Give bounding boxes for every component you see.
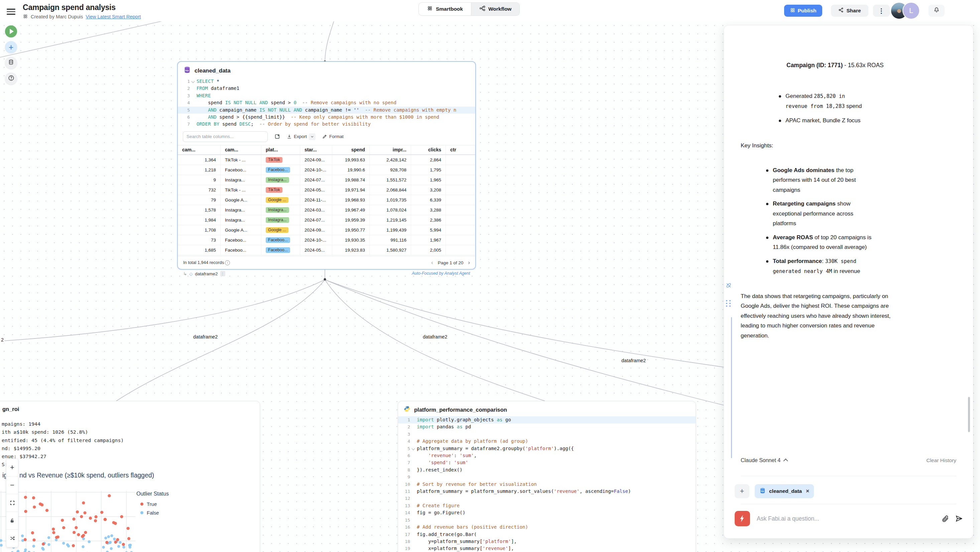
column-header[interactable]: clicks — [411, 145, 446, 154]
code-line[interactable]: 17fig.add_trace(go.Bar( — [398, 531, 695, 538]
sql-code-editor[interactable]: 1SELECT *2FROM dataframe13WHERE4 spend I… — [178, 78, 475, 128]
notifications-button[interactable] — [929, 5, 945, 17]
model-selector[interactable]: Claude Sonnet 4 — [741, 457, 788, 463]
run-workflow-button[interactable] — [5, 25, 17, 37]
shuffle-icon[interactable] — [6, 530, 18, 547]
column-header[interactable]: ctr — [446, 145, 475, 154]
attach-file-icon[interactable] — [942, 515, 949, 522]
code-line[interactable]: 2import pandas as pd — [398, 423, 695, 430]
code-line[interactable]: 14fig = go.Figure() — [398, 509, 695, 516]
scatter-legend[interactable]: Outlier Status TrueFalse — [136, 491, 169, 517]
remove-context-icon[interactable]: × — [806, 488, 809, 495]
format-button[interactable]: Format — [322, 134, 344, 139]
code-line[interactable]: 1SELECT * — [178, 78, 475, 85]
sql-cell-card-cleaned-data[interactable]: SQL cleaned_data 1SELECT *2FROM datafram… — [177, 61, 476, 270]
python-cell-card-campaign-roi[interactable]: gn_roi mpaigns: 1944 ith ≥$10k spend: 10… — [0, 401, 260, 552]
column-header[interactable]: plat... — [261, 145, 300, 154]
publish-button[interactable]: Publish — [784, 5, 822, 17]
smart-pin-icon[interactable] — [725, 282, 732, 290]
code-line[interactable]: 2FROM dataframe1 — [178, 85, 475, 92]
code-line[interactable]: 6 AND spend > {{spend_limit}} -- Keep on… — [178, 114, 475, 121]
code-line[interactable]: 9 — [398, 474, 695, 480]
code-line[interactable]: 19 x=platform_summary['revenue'], — [398, 545, 695, 552]
help-button[interactable] — [5, 73, 17, 84]
table-row[interactable]: 1,708Google A...Google ...2024-09...19,9… — [178, 225, 475, 235]
plot-modebar[interactable]: + − — [6, 458, 18, 548]
next-page-button[interactable]: › — [468, 259, 470, 266]
code-line[interactable]: 4# Aggregate data by platform (ad group) — [398, 438, 695, 445]
code-line[interactable]: 12 — [398, 495, 695, 502]
table-row[interactable]: 1,218Faceboo...Faceboo...2024-10-...19,9… — [178, 165, 475, 175]
autoscale-icon[interactable] — [6, 494, 18, 512]
code-line[interactable]: 16# Add revenue bars (positive direction… — [398, 523, 695, 531]
table-row[interactable]: 732TikTok - ...TikTok2024-05...19,971.94… — [178, 185, 475, 195]
code-line[interactable]: 3 — [398, 431, 695, 438]
code-line[interactable]: 8}).reset_index() — [398, 466, 695, 474]
code-line[interactable]: 7 'spend': 'sum' — [398, 459, 695, 466]
python-code-editor[interactable]: 1import plotly.graph_objects as go2impor… — [398, 416, 695, 552]
data-sources-button[interactable] — [5, 57, 17, 69]
table-cell — [446, 205, 475, 215]
code-line[interactable]: 15 — [398, 517, 695, 523]
clear-history-button[interactable]: Clear History — [926, 457, 956, 463]
edge-label-dataframe2[interactable]: dataframe2 — [422, 334, 448, 340]
code-line[interactable]: 13# Create figure — [398, 502, 695, 509]
code-line[interactable]: 3WHERE — [178, 92, 475, 99]
column-header[interactable]: impr... — [370, 145, 411, 154]
add-context-button[interactable]: + — [735, 484, 749, 498]
code-line[interactable]: 1import plotly.graph_objects as go — [398, 416, 695, 423]
column-header[interactable]: cam... — [221, 145, 261, 154]
menu-icon[interactable] — [7, 7, 15, 14]
table-row[interactable]: 9Instagra...Instagra...2024-07...19,988.… — [178, 175, 475, 185]
table-row[interactable]: 1,984Instagra...Instagra...2024-07...19,… — [178, 215, 475, 225]
panel-scrollbar[interactable] — [968, 397, 970, 432]
export-options-chevron[interactable] — [309, 133, 315, 140]
code-line[interactable]: 18 y=platform_summary['platform'], — [398, 538, 695, 545]
drag-handle-icon[interactable] — [726, 300, 732, 307]
column-header[interactable]: cam... — [178, 145, 221, 154]
code-line[interactable]: 7ORDER BY spend DESC; -- Order by spend … — [178, 121, 475, 128]
dataframe-menu-icon[interactable]: ⋮ — [220, 271, 225, 276]
more-options-button[interactable]: ⋮ — [873, 5, 890, 17]
tab-workflow[interactable]: Workflow — [471, 3, 519, 15]
lock-axes-icon[interactable] — [6, 512, 18, 530]
edge-label-dataframe2[interactable]: dataframe2 — [192, 334, 219, 340]
share-button[interactable]: Share — [831, 5, 869, 17]
table-row[interactable]: 1,578Instagra...Instagra...2024-03...19,… — [178, 205, 475, 215]
column-header[interactable]: star... — [300, 145, 332, 154]
add-cell-button[interactable]: + — [5, 41, 17, 53]
view-latest-smart-report-link[interactable]: View Latest Smart Report — [86, 14, 141, 19]
search-table-columns-input[interactable] — [183, 131, 268, 142]
context-chip-cleaned-data[interactable]: SQL cleaned_data × — [755, 484, 814, 498]
info-icon[interactable]: i — [225, 260, 230, 265]
edge-label-dataframe2[interactable]: dataframe2 — [620, 358, 647, 364]
python-cell-card-platform-performance[interactable]: platform_performance_comparison 1import … — [398, 401, 696, 552]
output-dataframe-label[interactable]: dataframe2 — [195, 271, 218, 276]
avatar-letter[interactable]: L — [902, 2, 920, 19]
zoom-in-button[interactable]: + — [6, 459, 18, 476]
code-line[interactable]: 6 'revenue': 'sum', — [398, 452, 695, 459]
table-row[interactable]: 79Google A...Google ...2024-11-...19,968… — [178, 195, 475, 205]
tab-smartbook[interactable]: Smartbook — [419, 3, 471, 15]
spend-vs-revenue-scatter-plot[interactable] — [0, 491, 135, 552]
send-icon[interactable] — [955, 515, 963, 523]
code-line[interactable]: 10# Sort by revenue for better visualiza… — [398, 481, 695, 488]
table-row[interactable]: 1,364TikTok - ...TikTok2024-09...19,993.… — [178, 155, 475, 165]
legend-title: Outlier Status — [136, 491, 169, 497]
prev-page-button[interactable]: ‹ — [431, 259, 433, 266]
result-table[interactable]: cam...cam...plat...star...spendimpr...cl… — [178, 145, 475, 255]
column-header[interactable]: spend — [332, 145, 370, 154]
legend-item[interactable]: True — [136, 500, 169, 508]
legend-item[interactable]: False — [136, 508, 169, 517]
export-button[interactable]: Export — [287, 133, 315, 140]
ask-fabi-input[interactable] — [756, 515, 935, 523]
zoom-out-button[interactable]: − — [6, 476, 18, 494]
code-line[interactable]: 4 spend IS NOT NULL AND spend > 0 -- Rem… — [178, 99, 475, 106]
edge-label-dataframe2-clipped[interactable]: 2 — [0, 337, 5, 343]
code-line[interactable]: 5 AND campaign_name IS NOT NULL AND camp… — [178, 107, 475, 114]
table-row[interactable]: 1,685Faceboo...Faceboo...2024-05...19,92… — [178, 245, 475, 255]
expand-table-icon[interactable] — [274, 134, 280, 139]
code-line[interactable]: 5platform_summary = dataframe2.groupby('… — [398, 445, 695, 452]
table-row[interactable]: 73Faceboo...Faceboo...2024-10-...19,930.… — [178, 235, 475, 245]
code-line[interactable]: 11platform_summary = platform_summary.so… — [398, 488, 695, 495]
